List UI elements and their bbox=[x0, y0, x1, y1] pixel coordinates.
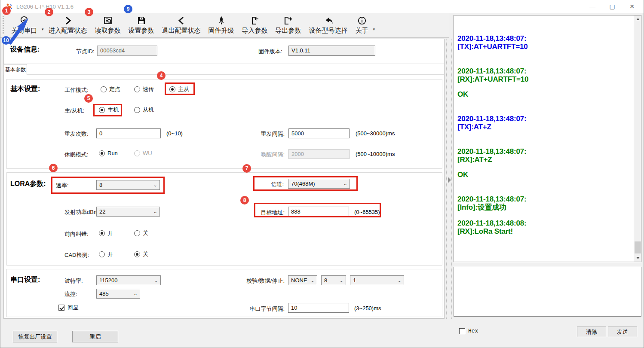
flow-label: 流控: bbox=[64, 290, 77, 298]
toolbar-item-label: 关于 bbox=[356, 27, 368, 35]
databits-select[interactable]: 8⌄ bbox=[321, 275, 346, 285]
toolbar-item-label: 导出参数 bbox=[276, 27, 301, 35]
chevron-down-icon: ⌄ bbox=[153, 183, 157, 187]
toolbar-device-model-button[interactable]: 设备型号选择 bbox=[305, 13, 352, 37]
target-addr-hint: (0~65535) bbox=[354, 209, 380, 215]
chevron-down-icon: ⌄ bbox=[133, 291, 138, 296]
minimize-button[interactable]: — bbox=[583, 0, 602, 13]
baud-select[interactable]: 115200⌄ bbox=[96, 275, 161, 285]
radio-icon bbox=[101, 86, 107, 92]
work-mode-label: 工作模式: bbox=[64, 86, 89, 94]
node-id-field: 00053cd4 bbox=[97, 46, 157, 56]
tab-strip-line bbox=[4, 74, 444, 75]
toolbar-enter-config-button[interactable]: 进入配置状态 bbox=[45, 13, 91, 37]
toolbar-item-label: 退出配置状态 bbox=[162, 27, 201, 35]
log-panel[interactable]: 2020-11-18,13:48:07: [TX]:AT+UARTFT=10 2… bbox=[454, 15, 641, 262]
checkbox-unchecked-icon bbox=[459, 328, 465, 334]
radio-slave[interactable]: 从机 bbox=[134, 106, 154, 114]
radio-work-mode-transparent[interactable]: 透传 bbox=[134, 85, 154, 93]
toolbar-gripper[interactable] bbox=[3, 16, 4, 34]
log-entry: 2020-11-18,13:48:07: [TX]:AT+Z bbox=[457, 115, 632, 131]
radio-icon bbox=[99, 107, 105, 113]
radio-icon bbox=[134, 251, 140, 257]
lora-params-group: LORA参数: 速率: 8⌄ 信道: 70(468M)⌄ 发射功率dBm: 22… bbox=[6, 172, 442, 266]
import-icon bbox=[250, 15, 260, 26]
sleep-mode-label: 休眠模式: bbox=[64, 151, 89, 159]
toolbar-import-params-button[interactable]: 导入参数 bbox=[238, 13, 272, 37]
close-serial-dropdown-caret[interactable]: ▾ bbox=[41, 27, 45, 31]
device-info-title: 设备信息: bbox=[10, 45, 40, 54]
wake-interval-label: 唤醒间隔: bbox=[219, 151, 285, 159]
send-input-area[interactable] bbox=[454, 267, 641, 317]
wake-interval-input: 2000 bbox=[288, 149, 350, 159]
byte-interval-input[interactable]: 10 bbox=[288, 303, 349, 313]
rate-select[interactable]: 8⌄ bbox=[96, 180, 160, 190]
log-entry: 2020-11-18,13:48:07: [Info]:设置成功 bbox=[457, 195, 632, 211]
baud-label: 波特率: bbox=[64, 277, 83, 285]
about-dropdown-caret[interactable]: ▾ bbox=[372, 27, 376, 31]
resend-times-input[interactable]: 0 bbox=[96, 128, 161, 138]
radio-icon bbox=[99, 150, 105, 156]
radio-fec-on[interactable]: 开 bbox=[99, 229, 113, 237]
chevron-down-icon: ⌄ bbox=[153, 209, 157, 214]
radio-work-mode-fixed[interactable]: 定点 bbox=[101, 85, 120, 93]
flow-select[interactable]: 485⌄ bbox=[96, 289, 140, 299]
parity-select[interactable]: NONE⌄ bbox=[288, 275, 317, 285]
radio-sleep-run[interactable]: Run bbox=[99, 150, 118, 156]
resend-interval-input[interactable]: 5000 bbox=[288, 128, 350, 138]
node-id-label: 节点ID: bbox=[76, 48, 95, 55]
toolbar-about-button[interactable]: 关于 bbox=[352, 13, 372, 37]
scrollbar-up-icon[interactable] bbox=[634, 15, 641, 23]
toolbar-read-params-button[interactable]: 读取参数 bbox=[91, 13, 125, 37]
target-addr-input[interactable]: 888 bbox=[288, 207, 349, 217]
log-scrollbar[interactable] bbox=[634, 15, 641, 262]
rocket-icon bbox=[216, 15, 227, 26]
splitter-collapse-icon[interactable] bbox=[448, 177, 451, 183]
radio-icon bbox=[99, 251, 105, 257]
toolbar-item-label: 设备型号选择 bbox=[309, 27, 348, 35]
reboot-button[interactable]: 重启 bbox=[72, 331, 118, 342]
basic-settings-title: 基本设置: bbox=[10, 85, 40, 94]
annotation-badge-2: 2 bbox=[45, 8, 53, 16]
radio-icon bbox=[99, 230, 105, 236]
firmware-version-label: 固件版本: bbox=[258, 48, 282, 55]
panel-splitter[interactable] bbox=[446, 39, 452, 319]
annotation-badge-10: 10 bbox=[2, 36, 10, 45]
toolbar-firmware-upgrade-button[interactable]: 固件升级 bbox=[205, 13, 238, 37]
echo-checkbox[interactable]: 回显 bbox=[58, 304, 79, 311]
toolbar-export-params-button[interactable]: 导出参数 bbox=[272, 13, 305, 37]
scrollbar-down-icon[interactable] bbox=[634, 254, 641, 262]
factory-reset-button[interactable]: 恢复出厂设置 bbox=[13, 331, 57, 342]
channel-select[interactable]: 70(468M)⌄ bbox=[288, 179, 350, 189]
chevron-right-icon bbox=[63, 15, 73, 26]
wake-interval-hint: (500~10000)ms bbox=[356, 151, 395, 157]
close-button[interactable]: ✕ bbox=[622, 0, 642, 13]
divider bbox=[4, 64, 444, 64]
radio-cad-on[interactable]: 开 bbox=[99, 250, 113, 258]
byte-interval-hint: (3~250)ms bbox=[354, 305, 381, 311]
log-entry: 2020-11-18,13:48:08: [RX]:LoRa Start! bbox=[457, 219, 632, 235]
toolbar-item-label: 设置参数 bbox=[129, 27, 154, 35]
scrollbar-thumb[interactable] bbox=[635, 241, 641, 253]
annotation-badge-1: 1 bbox=[2, 6, 11, 15]
radio-cad-off[interactable]: 关 bbox=[134, 250, 148, 258]
hex-checkbox[interactable]: Hex bbox=[459, 328, 478, 334]
target-addr-label: 目标地址: bbox=[236, 209, 285, 217]
maximize-button[interactable]: ▢ bbox=[602, 0, 622, 13]
toolbar-set-params-button[interactable]: 设置参数 bbox=[125, 13, 158, 37]
tx-power-select[interactable]: 22⌄ bbox=[96, 207, 160, 217]
radio-fec-off[interactable]: 关 bbox=[134, 229, 148, 237]
resend-times-hint: (0~10) bbox=[166, 130, 183, 137]
tab-basic-params[interactable]: 基本参数 bbox=[4, 64, 27, 75]
title-bar: LG206-L-P-H10 V1.1.6 — ▢ ✕ bbox=[0, 0, 644, 13]
stopbits-select[interactable]: 1⌄ bbox=[350, 275, 404, 285]
radio-work-mode-master-slave[interactable]: 主从 bbox=[169, 85, 189, 93]
annotation-badge-3: 3 bbox=[85, 8, 93, 16]
send-button[interactable]: 发送 bbox=[608, 327, 637, 337]
firmware-version-field[interactable]: V1.0.11 bbox=[288, 46, 375, 56]
app-window: LG206-L-P-H10 V1.1.6 — ▢ ✕ 关闭串口 ▾ 进入配置状态 bbox=[0, 0, 644, 348]
toolbar-exit-config-button[interactable]: 退出配置状态 bbox=[158, 13, 205, 37]
radio-master[interactable]: 主机 bbox=[99, 106, 119, 114]
annotation-badge-7: 7 bbox=[242, 164, 251, 173]
clear-button[interactable]: 清除 bbox=[577, 327, 606, 337]
